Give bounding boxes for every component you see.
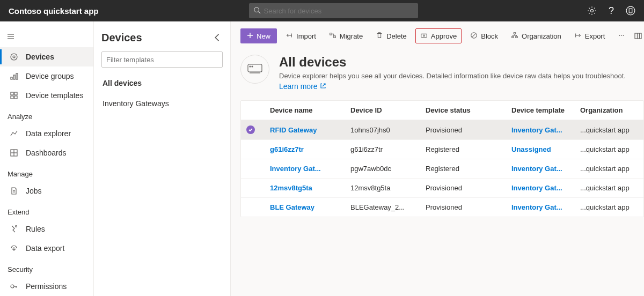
rules-icon <box>10 225 18 233</box>
page-title: All devices <box>279 55 626 70</box>
table-row[interactable]: RFID Gateway1ohns07jhs0ProvisionedInvent… <box>241 120 644 140</box>
import-button[interactable]: Import <box>281 28 320 43</box>
svg-rect-36 <box>514 32 516 34</box>
organization-cell: ...quickstart app <box>575 140 638 159</box>
nav-section-manage: Manage <box>0 162 93 181</box>
svg-line-52 <box>323 84 325 86</box>
header-device-template[interactable]: Device template <box>506 101 575 120</box>
nav-data-export-label: Data export <box>26 244 64 253</box>
jobs-icon <box>10 187 18 195</box>
header-simulated[interactable]: Simulated <box>638 101 644 120</box>
simulated-cell: No <box>638 140 644 159</box>
device-template-cell[interactable]: Inventory Gat... <box>506 120 575 140</box>
header-organization[interactable]: Organization <box>575 101 638 120</box>
device-template-cell[interactable]: Inventory Gat... <box>506 179 575 198</box>
device-id-cell: 12msv8tg5ta <box>345 179 420 198</box>
nav-data-export[interactable]: Data export <box>0 239 93 258</box>
table-row[interactable]: g61i6zz7trg61i6zz7trRegisteredUnassigned… <box>241 140 644 159</box>
learn-more-label: Learn more <box>279 82 318 91</box>
svg-line-1 <box>258 11 260 13</box>
nav-jobs-label: Jobs <box>26 187 42 195</box>
block-button-label: Block <box>481 32 498 40</box>
header-device-id[interactable]: Device ID <box>345 101 420 120</box>
device-id-cell: g61i6zz7tr <box>345 140 420 159</box>
header-device-name[interactable]: Device name <box>265 101 345 120</box>
learn-more-link[interactable]: Learn more <box>279 82 326 91</box>
device-name-cell[interactable]: Inventory Gat... <box>265 159 345 179</box>
approve-icon <box>420 32 428 41</box>
key-icon <box>10 282 18 291</box>
global-search-input[interactable] <box>264 7 414 15</box>
svg-point-2 <box>591 10 594 12</box>
template-all-devices[interactable]: All devices <box>101 73 223 93</box>
filter-templates-input[interactable] <box>101 51 223 68</box>
trash-icon <box>376 32 383 41</box>
svg-rect-11 <box>13 75 15 79</box>
device-template-cell[interactable]: Inventory Gat... <box>506 198 575 217</box>
gear-icon[interactable] <box>587 6 597 16</box>
feedback-icon[interactable] <box>626 6 635 16</box>
nav-jobs[interactable]: Jobs <box>0 181 93 201</box>
export-arrow-icon <box>574 32 582 41</box>
nav-permissions[interactable]: Permissions <box>0 277 93 296</box>
nav-data-explorer[interactable]: Data explorer <box>0 124 93 143</box>
device-name-cell[interactable]: g61i6zz7tr <box>265 140 345 159</box>
table-row[interactable]: BLE GatewayBLEGateway_2...ProvisionedInv… <box>241 198 644 217</box>
svg-point-42 <box>621 35 622 36</box>
nav-device-templates[interactable]: Device templates <box>0 86 93 105</box>
help-icon[interactable]: ? <box>606 6 616 16</box>
row-select-cell[interactable] <box>241 120 265 140</box>
svg-point-41 <box>619 35 620 36</box>
device-name-cell[interactable]: BLE Gateway <box>265 198 345 217</box>
export-icon <box>10 244 18 253</box>
nav-device-templates-label: Device templates <box>26 91 83 100</box>
columns-icon[interactable] <box>634 32 642 40</box>
template-inventory-gateways[interactable]: Inventory Gateways <box>101 93 223 114</box>
nav-rules[interactable]: Rules <box>0 219 93 239</box>
svg-point-23 <box>11 285 14 288</box>
row-select-cell[interactable] <box>241 198 265 217</box>
export-button[interactable]: Export <box>570 28 610 43</box>
svg-point-0 <box>254 7 259 12</box>
row-select-cell[interactable] <box>241 179 265 198</box>
device-template-cell[interactable]: Unassigned <box>506 140 575 159</box>
device-name-cell[interactable]: 12msv8tg5ta <box>265 179 345 198</box>
migrate-button[interactable]: Migrate <box>325 28 367 43</box>
svg-rect-44 <box>635 33 641 39</box>
global-search[interactable] <box>249 3 418 18</box>
collapse-panel-icon[interactable] <box>212 32 223 43</box>
table-row[interactable]: 12msv8tg5ta12msv8tg5taProvisionedInvento… <box>241 179 644 198</box>
device-name-cell[interactable]: RFID Gateway <box>265 120 345 140</box>
svg-rect-10 <box>11 77 12 79</box>
header-device-status[interactable]: Device status <box>420 101 506 120</box>
organization-button[interactable]: Organization <box>507 28 566 43</box>
simulated-cell: No <box>638 159 644 179</box>
more-button[interactable] <box>613 28 630 43</box>
delete-button[interactable]: Delete <box>371 28 411 43</box>
table-row[interactable]: Inventory Gat...pgw7awb0dcRegisteredInve… <box>241 159 644 179</box>
approve-button-label: Approve <box>431 32 457 40</box>
svg-rect-38 <box>516 36 518 38</box>
groups-icon <box>10 72 18 80</box>
block-button[interactable]: Block <box>466 28 502 43</box>
search-icon <box>253 6 264 16</box>
new-button[interactable]: New <box>240 28 277 43</box>
page-subtitle: Device explorer helps you see all your d… <box>279 72 626 80</box>
import-icon <box>286 32 293 41</box>
row-select-cell[interactable] <box>241 140 265 159</box>
device-status-cell: Registered <box>420 140 506 159</box>
approve-button[interactable]: Approve <box>415 28 462 43</box>
templates-icon <box>10 91 18 100</box>
chart-icon <box>10 129 18 138</box>
migrate-button-label: Migrate <box>340 32 363 40</box>
nav-dashboards[interactable]: Dashboards <box>0 143 93 162</box>
device-template-cell[interactable]: Inventory Gat... <box>506 159 575 179</box>
hamburger-icon[interactable] <box>0 26 21 47</box>
svg-rect-37 <box>512 36 514 38</box>
import-button-label: Import <box>296 32 316 40</box>
app-title: Contoso quickstart app <box>9 6 99 16</box>
svg-point-22 <box>16 226 17 227</box>
row-select-cell[interactable] <box>241 159 265 179</box>
nav-devices[interactable]: Devices <box>0 47 93 66</box>
nav-device-groups[interactable]: Device groups <box>0 66 93 86</box>
